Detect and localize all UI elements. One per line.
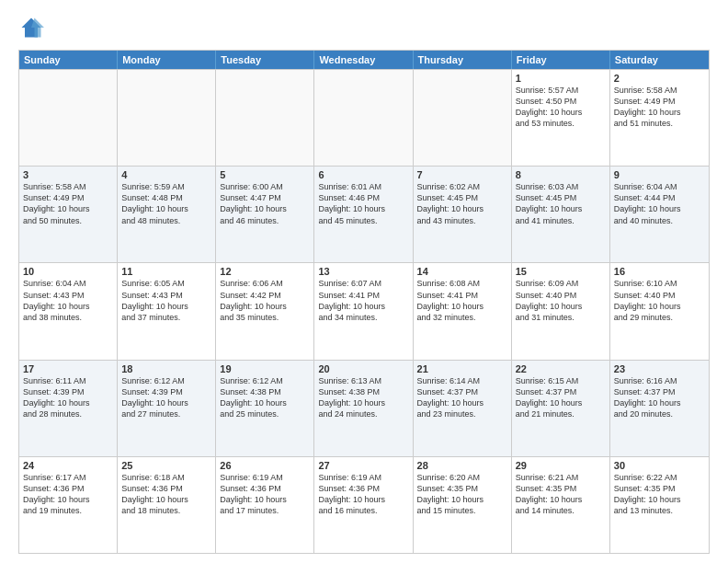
day-info: Sunrise: 6:01 AM Sunset: 4:46 PM Dayligh… — [318, 181, 408, 226]
calendar-cell: 11Sunrise: 6:05 AM Sunset: 4:43 PM Dayli… — [118, 263, 216, 359]
day-number: 8 — [516, 169, 606, 180]
calendar-cell — [414, 70, 512, 166]
day-info: Sunrise: 5:58 AM Sunset: 4:49 PM Dayligh… — [23, 181, 113, 226]
calendar-cell: 13Sunrise: 6:07 AM Sunset: 4:41 PM Dayli… — [314, 263, 413, 359]
calendar-cell: 25Sunrise: 6:18 AM Sunset: 4:36 PM Dayli… — [118, 457, 216, 553]
day-number: 4 — [121, 169, 211, 180]
calendar-cell: 22Sunrise: 6:15 AM Sunset: 4:37 PM Dayli… — [512, 361, 610, 456]
calendar: SundayMondayTuesdayWednesdayThursdayFrid… — [18, 50, 710, 554]
calendar-cell: 9Sunrise: 6:04 AM Sunset: 4:44 PM Daylig… — [610, 167, 709, 262]
calendar-cell: 3Sunrise: 5:58 AM Sunset: 4:49 PM Daylig… — [19, 167, 118, 262]
day-number: 7 — [417, 169, 507, 180]
page: SundayMondayTuesdayWednesdayThursdayFrid… — [0, 0, 728, 563]
day-number: 30 — [614, 460, 705, 471]
calendar-header-cell: Tuesday — [216, 51, 314, 69]
calendar-header-cell: Wednesday — [314, 51, 413, 69]
day-number: 18 — [121, 363, 211, 374]
calendar-cell: 12Sunrise: 6:06 AM Sunset: 4:42 PM Dayli… — [216, 263, 314, 359]
day-number: 3 — [23, 169, 113, 180]
day-info: Sunrise: 6:07 AM Sunset: 4:41 PM Dayligh… — [318, 278, 408, 323]
calendar-cell: 17Sunrise: 6:11 AM Sunset: 4:39 PM Dayli… — [19, 361, 118, 456]
day-number: 1 — [516, 73, 606, 84]
day-info: Sunrise: 6:16 AM Sunset: 4:37 PM Dayligh… — [614, 375, 705, 420]
day-info: Sunrise: 6:02 AM Sunset: 4:45 PM Dayligh… — [417, 181, 507, 226]
day-info: Sunrise: 6:00 AM Sunset: 4:47 PM Dayligh… — [220, 181, 310, 226]
day-number: 15 — [516, 266, 606, 277]
day-info: Sunrise: 6:19 AM Sunset: 4:36 PM Dayligh… — [318, 472, 408, 517]
calendar-cell: 19Sunrise: 6:12 AM Sunset: 4:38 PM Dayli… — [216, 361, 314, 456]
logo-icon — [18, 15, 44, 40]
calendar-cell: 18Sunrise: 6:12 AM Sunset: 4:39 PM Dayli… — [118, 361, 216, 456]
day-number: 27 — [318, 460, 408, 471]
day-number: 20 — [318, 363, 408, 374]
day-info: Sunrise: 6:08 AM Sunset: 4:41 PM Dayligh… — [417, 278, 507, 323]
logo — [18, 15, 48, 40]
day-info: Sunrise: 6:09 AM Sunset: 4:40 PM Dayligh… — [516, 278, 606, 323]
calendar-cell: 8Sunrise: 6:03 AM Sunset: 4:45 PM Daylig… — [512, 167, 610, 262]
day-info: Sunrise: 6:14 AM Sunset: 4:37 PM Dayligh… — [417, 375, 507, 420]
calendar-cell: 24Sunrise: 6:17 AM Sunset: 4:36 PM Dayli… — [19, 457, 118, 553]
calendar-header-cell: Monday — [118, 51, 216, 69]
calendar-cell: 21Sunrise: 6:14 AM Sunset: 4:37 PM Dayli… — [414, 361, 512, 456]
calendar-cell: 27Sunrise: 6:19 AM Sunset: 4:36 PM Dayli… — [314, 457, 413, 553]
day-number: 6 — [318, 169, 408, 180]
calendar-cell — [19, 70, 118, 166]
day-info: Sunrise: 6:12 AM Sunset: 4:38 PM Dayligh… — [220, 375, 310, 420]
day-info: Sunrise: 6:06 AM Sunset: 4:42 PM Dayligh… — [220, 278, 310, 323]
day-info: Sunrise: 6:05 AM Sunset: 4:43 PM Dayligh… — [121, 278, 211, 323]
calendar-cell — [118, 70, 216, 166]
calendar-cell: 26Sunrise: 6:19 AM Sunset: 4:36 PM Dayli… — [216, 457, 314, 553]
calendar-week: 3Sunrise: 5:58 AM Sunset: 4:49 PM Daylig… — [19, 166, 709, 262]
calendar-header-cell: Thursday — [414, 51, 512, 69]
calendar-cell: 23Sunrise: 6:16 AM Sunset: 4:37 PM Dayli… — [610, 361, 709, 456]
day-number: 12 — [220, 266, 310, 277]
day-number: 17 — [23, 363, 113, 374]
day-number: 28 — [417, 460, 507, 471]
day-info: Sunrise: 6:21 AM Sunset: 4:35 PM Dayligh… — [516, 472, 606, 517]
calendar-cell: 2Sunrise: 5:58 AM Sunset: 4:49 PM Daylig… — [610, 70, 709, 166]
day-info: Sunrise: 6:19 AM Sunset: 4:36 PM Dayligh… — [220, 472, 310, 517]
day-info: Sunrise: 6:03 AM Sunset: 4:45 PM Dayligh… — [516, 181, 606, 226]
calendar-cell: 20Sunrise: 6:13 AM Sunset: 4:38 PM Dayli… — [314, 361, 413, 456]
calendar-week: 10Sunrise: 6:04 AM Sunset: 4:43 PM Dayli… — [19, 262, 709, 359]
calendar-cell: 16Sunrise: 6:10 AM Sunset: 4:40 PM Dayli… — [610, 263, 709, 359]
calendar-cell: 1Sunrise: 5:57 AM Sunset: 4:50 PM Daylig… — [512, 70, 610, 166]
calendar-cell: 4Sunrise: 5:59 AM Sunset: 4:48 PM Daylig… — [118, 167, 216, 262]
day-info: Sunrise: 6:20 AM Sunset: 4:35 PM Dayligh… — [417, 472, 507, 517]
day-info: Sunrise: 6:10 AM Sunset: 4:40 PM Dayligh… — [614, 278, 705, 323]
day-info: Sunrise: 5:58 AM Sunset: 4:49 PM Dayligh… — [614, 85, 705, 130]
calendar-cell: 5Sunrise: 6:00 AM Sunset: 4:47 PM Daylig… — [216, 167, 314, 262]
day-info: Sunrise: 6:17 AM Sunset: 4:36 PM Dayligh… — [23, 472, 113, 517]
day-number: 21 — [417, 363, 507, 374]
day-number: 29 — [516, 460, 606, 471]
calendar-header: SundayMondayTuesdayWednesdayThursdayFrid… — [19, 51, 709, 69]
day-info: Sunrise: 5:57 AM Sunset: 4:50 PM Dayligh… — [516, 85, 606, 130]
calendar-week: 1Sunrise: 5:57 AM Sunset: 4:50 PM Daylig… — [19, 69, 709, 166]
calendar-cell: 10Sunrise: 6:04 AM Sunset: 4:43 PM Dayli… — [19, 263, 118, 359]
calendar-cell: 14Sunrise: 6:08 AM Sunset: 4:41 PM Dayli… — [414, 263, 512, 359]
day-info: Sunrise: 6:04 AM Sunset: 4:44 PM Dayligh… — [614, 181, 705, 226]
day-number: 13 — [318, 266, 408, 277]
day-number: 11 — [121, 266, 211, 277]
day-info: Sunrise: 6:12 AM Sunset: 4:39 PM Dayligh… — [121, 375, 211, 420]
calendar-header-cell: Friday — [512, 51, 610, 69]
day-info: Sunrise: 6:22 AM Sunset: 4:35 PM Dayligh… — [614, 472, 705, 517]
calendar-cell: 29Sunrise: 6:21 AM Sunset: 4:35 PM Dayli… — [512, 457, 610, 553]
day-number: 2 — [614, 73, 705, 84]
calendar-body: 1Sunrise: 5:57 AM Sunset: 4:50 PM Daylig… — [19, 69, 709, 553]
calendar-header-cell: Sunday — [19, 51, 118, 69]
calendar-week: 17Sunrise: 6:11 AM Sunset: 4:39 PM Dayli… — [19, 360, 709, 456]
calendar-cell: 30Sunrise: 6:22 AM Sunset: 4:35 PM Dayli… — [610, 457, 709, 553]
day-number: 5 — [220, 169, 310, 180]
header — [18, 15, 710, 40]
day-number: 24 — [23, 460, 113, 471]
day-number: 10 — [23, 266, 113, 277]
calendar-cell: 7Sunrise: 6:02 AM Sunset: 4:45 PM Daylig… — [414, 167, 512, 262]
day-info: Sunrise: 5:59 AM Sunset: 4:48 PM Dayligh… — [121, 181, 211, 226]
day-number: 26 — [220, 460, 310, 471]
calendar-cell — [314, 70, 413, 166]
day-info: Sunrise: 6:18 AM Sunset: 4:36 PM Dayligh… — [121, 472, 211, 517]
day-number: 23 — [614, 363, 705, 374]
calendar-cell — [216, 70, 314, 166]
day-number: 19 — [220, 363, 310, 374]
